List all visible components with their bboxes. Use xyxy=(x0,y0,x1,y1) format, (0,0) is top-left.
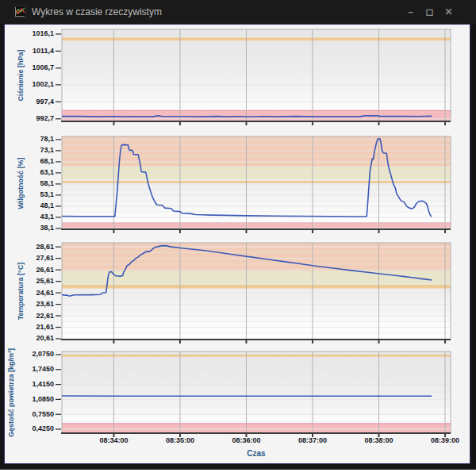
y-tick-label: 28,61 xyxy=(14,243,54,251)
y-axis-title-0: Ciśnienie [hPa] xyxy=(17,49,25,101)
x-tick-label: 08:34:00 xyxy=(90,436,137,445)
y-tick-label: 68,1 xyxy=(14,157,54,166)
y-tick-label: 1011,4 xyxy=(14,47,54,56)
y-tick-label: 0,4250 xyxy=(14,424,54,433)
y-tick-label: 63,1 xyxy=(14,168,54,177)
y-tick-label: 992,7 xyxy=(14,114,54,123)
x-axis-title: Czas xyxy=(240,449,272,458)
y-tick-label: 48,1 xyxy=(14,202,54,210)
y-tick-label: 1,4150 xyxy=(14,380,54,389)
charts-canvas xyxy=(0,0,476,476)
y-tick-label: 20,61 xyxy=(14,334,54,343)
y-tick-label: 58,1 xyxy=(14,179,54,188)
y-tick-label: 25,61 xyxy=(14,277,54,286)
y-tick-label: 0,7550 xyxy=(14,410,54,419)
y-tick-label: 24,61 xyxy=(14,289,54,298)
x-tick-label: 08:35:00 xyxy=(156,436,204,445)
y-tick-label: 2,0750 xyxy=(14,350,54,359)
y-tick-label: 21,61 xyxy=(14,323,54,332)
y-axis-title-3: Gęstość powietrza [kg/m³] xyxy=(7,347,15,436)
y-tick-label: 26,61 xyxy=(14,266,54,274)
y-tick-label: 73,1 xyxy=(14,146,54,155)
y-tick-label: 997,4 xyxy=(14,98,54,106)
x-tick-label: 08:39:00 xyxy=(421,436,469,445)
y-tick-label: 27,61 xyxy=(14,254,54,263)
y-tick-label: 78,1 xyxy=(14,135,54,144)
y-tick-label: 22,61 xyxy=(14,312,54,321)
y-tick-label: 1016,1 xyxy=(14,29,54,38)
x-tick-label: 08:37:00 xyxy=(289,436,336,445)
y-tick-label: 1006,7 xyxy=(14,63,54,72)
y-tick-label: 1002,1 xyxy=(14,80,54,89)
y-tick-label: 53,1 xyxy=(14,190,54,199)
x-tick-label: 08:38:00 xyxy=(355,436,403,445)
y-tick-label: 1,0850 xyxy=(14,395,54,404)
y-tick-label: 23,61 xyxy=(14,300,54,309)
y-tick-label: 1,7450 xyxy=(14,365,54,374)
x-tick-label: 08:36:00 xyxy=(222,436,270,445)
y-tick-label: 38,1 xyxy=(14,224,54,232)
y-tick-label: 43,1 xyxy=(14,213,54,221)
